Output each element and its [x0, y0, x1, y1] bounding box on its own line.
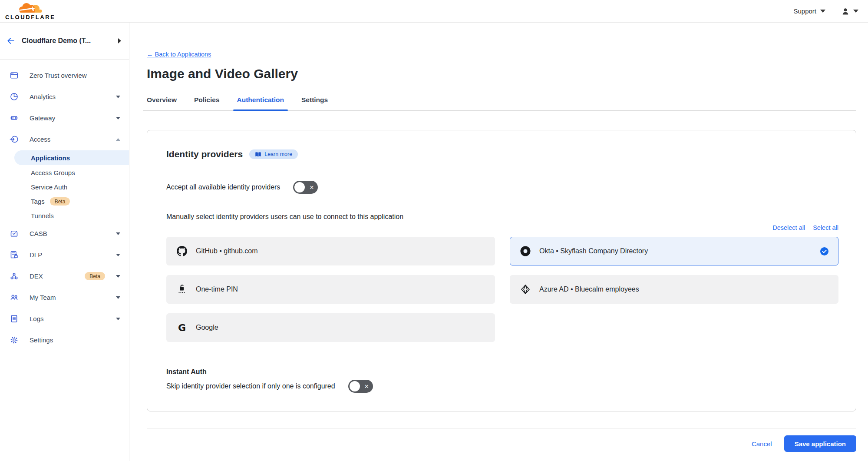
topbar: CLOUDFLARE Support — [0, 0, 868, 23]
azure-ad-icon — [520, 284, 531, 295]
window-icon — [10, 71, 19, 80]
selected-check-icon — [820, 247, 828, 255]
provider-google[interactable]: G Google — [166, 313, 495, 342]
learn-more-label: Learn more — [264, 151, 292, 157]
account-name[interactable]: Cloudflare Demo (T... — [22, 37, 112, 45]
sidebar-item-my-team[interactable]: My Team — [0, 287, 129, 308]
sidebar-divider — [0, 356, 129, 356]
sidebar-subitem-label: Tunnels — [31, 212, 54, 219]
sidebar-item-tags[interactable]: Tags Beta — [0, 194, 129, 209]
user-menu[interactable] — [841, 7, 858, 16]
google-icon: G — [176, 322, 188, 333]
tab-authentication[interactable]: Authentication — [233, 96, 288, 110]
cancel-button[interactable]: Cancel — [752, 440, 772, 448]
sidebar-subitem-label: Access Groups — [31, 169, 75, 176]
chevron-up-icon — [116, 138, 120, 141]
provider-one-time-pin[interactable]: One-time PIN — [166, 275, 495, 304]
provider-grid: GitHub • github.com Okta • Skyflash Comp… — [166, 237, 838, 342]
sidebar-item-gateway[interactable]: Gateway — [0, 107, 129, 129]
box-check-icon — [10, 229, 19, 238]
sidebar-item-analytics[interactable]: Analytics — [0, 86, 129, 107]
main-content: ← Back to Applications Image and Video G… — [129, 23, 868, 461]
sidebar-item-dex[interactable]: DEX Beta — [0, 265, 129, 287]
tab-policies[interactable]: Policies — [190, 96, 224, 110]
sidebar-item-access[interactable]: Access — [0, 129, 129, 150]
manual-select-text: Manually select identity providers users… — [166, 213, 838, 221]
sidebar: Cloudflare Demo (T... Zero Trust overvie… — [0, 23, 129, 461]
sidebar-subitem-label: Applications — [31, 154, 70, 162]
sidebar-subitem-label: Tags — [31, 198, 45, 205]
gateway-icon — [10, 113, 19, 123]
sidebar-item-logs[interactable]: Logs — [0, 308, 129, 329]
footer-actions: Cancel Save application — [147, 435, 856, 452]
one-time-pin-icon — [176, 284, 188, 295]
sidebar-item-label: Access — [30, 136, 105, 143]
login-icon — [10, 135, 19, 144]
chevron-down-icon — [116, 96, 120, 98]
back-to-applications-link[interactable]: ← Back to Applications — [147, 51, 211, 58]
sidebar-item-label: DEX — [30, 272, 74, 280]
book-icon — [255, 152, 261, 157]
sidebar-nav: Zero Trust overview Analytics Gateway — [0, 60, 129, 356]
chevron-down-icon — [116, 296, 120, 299]
sidebar-item-service-auth[interactable]: Service Auth — [0, 180, 129, 194]
sidebar-item-label: Logs — [30, 315, 105, 322]
footer-divider — [147, 428, 856, 428]
learn-more-button[interactable]: Learn more — [249, 149, 298, 159]
instant-auth-toggle[interactable]: ✕ — [348, 380, 373, 393]
sidebar-item-label: CASB — [30, 230, 105, 237]
identity-providers-card: Identity providers Learn more Accept all… — [147, 130, 856, 411]
sidebar-item-label: Settings — [30, 336, 120, 344]
sidebar-item-label: Zero Trust overview — [30, 72, 120, 79]
sidebar-item-dlp[interactable]: DLP — [0, 244, 129, 265]
sidebar-item-zero-trust-overview[interactable]: Zero Trust overview — [0, 65, 129, 86]
deselect-all-link[interactable]: Deselect all — [772, 224, 805, 231]
toggle-off-icon: ✕ — [309, 185, 314, 190]
sidebar-subitem-label: Service Auth — [31, 183, 67, 191]
logs-icon — [10, 314, 19, 323]
sidebar-item-access-groups[interactable]: Access Groups — [0, 166, 129, 180]
page-title: Image and Video Gallery — [147, 66, 856, 82]
sidebar-item-casb[interactable]: CASB — [0, 223, 129, 244]
cloudflare-wordmark: CLOUDFLARE — [5, 14, 56, 20]
instant-auth-heading: Instant Auth — [166, 368, 838, 376]
support-label: Support — [793, 7, 816, 15]
tab-settings[interactable]: Settings — [297, 96, 332, 110]
team-icon — [10, 293, 19, 302]
okta-icon — [520, 245, 531, 257]
provider-label: GitHub • github.com — [196, 247, 258, 255]
provider-okta[interactable]: Okta • Skyflash Company Directory — [510, 237, 838, 265]
chevron-right-icon[interactable] — [118, 38, 121, 43]
back-arrow-icon[interactable] — [6, 36, 16, 45]
user-icon — [841, 7, 850, 16]
provider-label: Okta • Skyflash Company Directory — [539, 247, 648, 255]
pie-chart-icon — [10, 92, 19, 101]
select-all-link[interactable]: Select all — [813, 224, 838, 231]
identity-providers-heading: Identity providers — [166, 149, 243, 160]
beta-badge: Beta — [50, 197, 70, 206]
github-icon — [176, 245, 188, 257]
chevron-down-icon — [116, 254, 120, 256]
toggle-knob — [350, 381, 360, 391]
save-application-button[interactable]: Save application — [784, 435, 856, 452]
support-menu[interactable]: Support — [793, 7, 825, 15]
chevron-down-icon — [820, 10, 825, 13]
accept-all-toggle[interactable]: ✕ — [293, 181, 318, 194]
cloudflare-logo[interactable]: CLOUDFLARE — [5, 2, 56, 20]
provider-azure-ad[interactable]: Azure AD • Bluecalm employees — [510, 275, 838, 304]
chevron-down-icon — [116, 232, 120, 235]
provider-label: One-time PIN — [196, 285, 238, 293]
chevron-down-icon — [116, 318, 120, 320]
sidebar-item-applications[interactable]: Applications — [14, 150, 129, 165]
sidebar-account-header: Cloudflare Demo (T... — [0, 23, 129, 60]
sidebar-item-tunnels[interactable]: Tunnels — [0, 209, 129, 223]
toggle-knob — [294, 182, 305, 192]
instant-auth-label: Skip identity provider selection if only… — [166, 382, 335, 390]
provider-github[interactable]: GitHub • github.com — [166, 237, 495, 265]
beta-badge: Beta — [85, 272, 105, 280]
cloudflare-cloud-icon — [17, 2, 44, 15]
tab-overview[interactable]: Overview — [143, 96, 181, 110]
provider-label: Azure AD • Bluecalm employees — [539, 285, 639, 293]
sidebar-item-settings[interactable]: Settings — [0, 329, 129, 351]
chevron-down-icon — [116, 117, 120, 119]
